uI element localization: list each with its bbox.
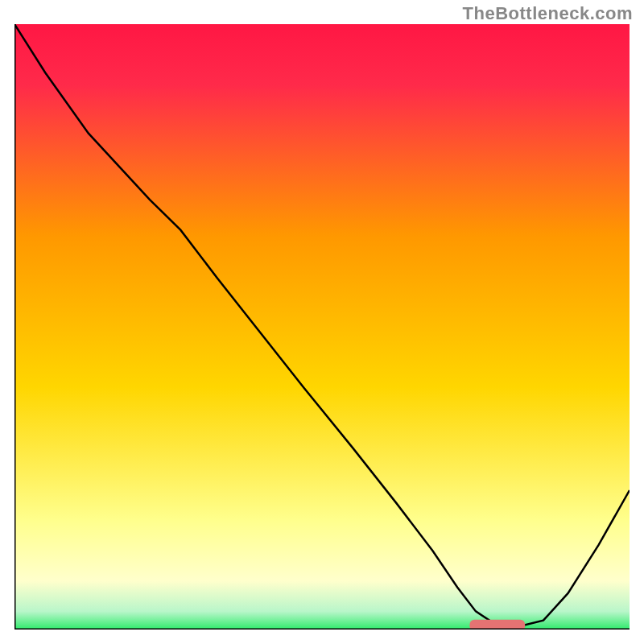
plot-area [14, 24, 630, 630]
attribution-text: TheBottleneck.com [463, 3, 633, 24]
gradient-background [14, 24, 630, 630]
chart-svg [14, 24, 630, 630]
optimal-marker [469, 620, 525, 630]
